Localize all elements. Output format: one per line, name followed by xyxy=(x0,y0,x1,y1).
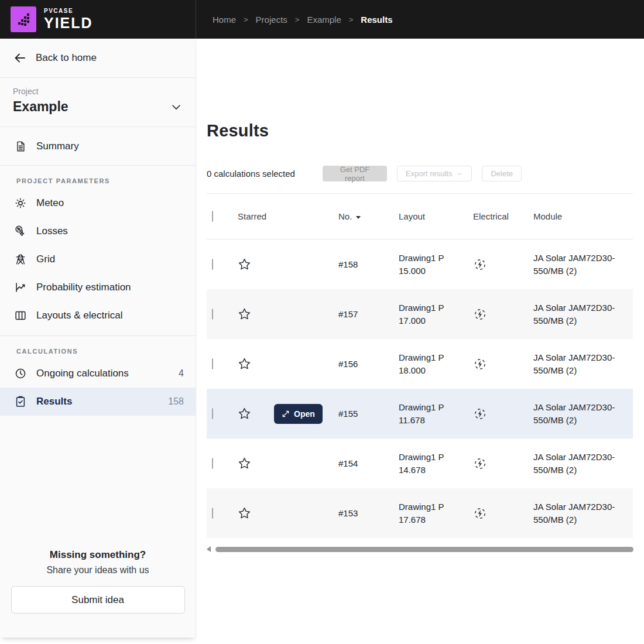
column-header-layout[interactable]: Layout xyxy=(399,211,425,221)
sidebar-item-label: Grid xyxy=(36,254,184,265)
row-layout: Drawing1 P17.678 xyxy=(393,501,468,526)
column-header-no[interactable]: No. xyxy=(338,211,352,221)
sidebar-item-ongoing-calculations[interactable]: Ongoing calculations 4 xyxy=(0,359,196,388)
column-header-starred[interactable]: Starred xyxy=(238,211,266,221)
star-icon[interactable] xyxy=(238,506,251,520)
row-checkbox[interactable] xyxy=(212,458,213,469)
results-count-badge: 158 xyxy=(168,396,184,407)
open-button-label: Open xyxy=(294,409,315,419)
row-layout: Drawing1 P18.000 xyxy=(393,351,468,377)
project-selector[interactable]: Project Example xyxy=(0,78,196,127)
row-number: #156 xyxy=(333,359,393,369)
star-icon[interactable] xyxy=(238,307,251,321)
sidebar-item-grid[interactable]: Grid xyxy=(0,245,196,273)
delete-button[interactable]: Delete xyxy=(482,166,522,181)
scrollbar-thumb[interactable] xyxy=(215,547,633,552)
breadcrumb-projects[interactable]: Projects xyxy=(256,15,287,25)
submit-idea-button[interactable]: Submit idea xyxy=(11,586,185,614)
project-parameters-section: PROJECT PARAMETERS Meteo xyxy=(0,166,196,336)
breadcrumb-home[interactable]: Home xyxy=(213,15,236,25)
breadcrumb-separator: > xyxy=(349,15,354,24)
star-icon[interactable] xyxy=(238,357,251,371)
sidebar-item-label: Losses xyxy=(36,225,184,237)
electrical-config-icon xyxy=(473,506,528,520)
row-number: #157 xyxy=(333,309,393,319)
section-title: PROJECT PARAMETERS xyxy=(0,177,196,184)
star-icon[interactable] xyxy=(238,457,251,470)
table-row[interactable]: #156 Drawing1 P18.000 JA Solar JAM72D30-… xyxy=(207,339,633,389)
footer-title: Missing something? xyxy=(0,549,196,561)
sidebar-item-label: Layouts & electrical xyxy=(36,310,184,321)
page-title: Results xyxy=(207,121,269,141)
row-checkbox[interactable] xyxy=(212,259,213,270)
sidebar-item-summary[interactable]: Summary xyxy=(0,127,196,166)
sidebar-item-probability-estimation[interactable]: Probability estimation xyxy=(0,273,196,302)
brand-yield: YIELD xyxy=(44,16,93,30)
electrical-config-icon xyxy=(473,258,528,272)
selection-count-text: 0 calculations selected xyxy=(207,169,313,179)
electrical-config-icon xyxy=(473,307,528,321)
row-layout: Drawing1 P17.000 xyxy=(393,302,468,327)
row-module: JA Solar JAM72D30-550/MB (2) xyxy=(528,351,633,377)
chevron-down-icon xyxy=(170,101,183,114)
sort-desc-icon[interactable] xyxy=(356,216,361,219)
project-name: Example xyxy=(13,99,68,115)
sidebar-item-losses[interactable]: Losses xyxy=(0,217,196,245)
row-number: #154 xyxy=(333,458,393,468)
column-header-module[interactable]: Module xyxy=(533,211,562,221)
electrical-config-icon xyxy=(473,407,528,421)
sidebar-item-label: Probability estimation xyxy=(36,282,184,293)
open-result-button[interactable]: Open xyxy=(274,404,323,424)
transmission-tower-icon xyxy=(14,253,27,266)
row-checkbox[interactable] xyxy=(212,508,213,519)
results-table: Starred No. Layout Electrical Module #15… xyxy=(207,193,633,546)
table-row[interactable]: #157 Drawing1 P17.000 JA Solar JAM72D30-… xyxy=(207,289,633,339)
electrical-config-icon xyxy=(473,457,528,471)
row-number: #155 xyxy=(333,409,393,419)
line-chart-icon xyxy=(14,281,27,294)
table-header-row: Starred No. Layout Electrical Module xyxy=(207,194,633,239)
losses-percent-icon xyxy=(14,225,27,238)
row-layout: Drawing1 P14.678 xyxy=(393,451,468,477)
scroll-left-arrow-icon[interactable] xyxy=(207,546,211,552)
row-layout: Drawing1 P15.000 xyxy=(393,252,468,278)
table-row[interactable]: #158 Drawing1 P15.000 JA Solar JAM72D30-… xyxy=(207,239,633,289)
row-module: JA Solar JAM72D30-550/MB (2) xyxy=(528,302,633,327)
chevron-down-icon xyxy=(456,170,463,177)
table-row-hovered[interactable]: Open #155 Drawing1 P11.678 JA Solar JAM7… xyxy=(207,389,633,439)
brand-pvcase: PVCASE xyxy=(44,8,93,14)
sidebar-item-results[interactable]: Results 158 xyxy=(0,388,196,416)
table-row[interactable]: #154 Drawing1 P14.678 JA Solar JAM72D30-… xyxy=(207,439,633,488)
logo-dots-triangle-icon xyxy=(16,12,31,27)
row-checkbox[interactable] xyxy=(212,408,213,419)
electrical-config-icon xyxy=(473,357,528,371)
row-module: JA Solar JAM72D30-550/MB (2) xyxy=(528,252,633,278)
row-checkbox[interactable] xyxy=(212,358,213,369)
table-row[interactable]: #153 Drawing1 P17.678 JA Solar JAM72D30-… xyxy=(207,488,633,538)
sidebar-item-layouts-electrical[interactable]: Layouts & electrical xyxy=(0,302,196,330)
arrow-left-icon xyxy=(13,51,27,65)
pvcase-logo-icon xyxy=(11,6,36,32)
get-pdf-report-button[interactable]: Get PDF report xyxy=(323,166,387,181)
top-bar: PVCASE YIELD Home > Projects > Example >… xyxy=(0,0,644,39)
export-results-button[interactable]: Export results xyxy=(397,166,472,181)
row-checkbox[interactable] xyxy=(212,309,213,320)
app-logo[interactable]: PVCASE YIELD xyxy=(0,0,196,39)
app-window: PVCASE YIELD Home > Projects > Example >… xyxy=(0,0,644,644)
main-content: Results 0 calculations selected Get PDF … xyxy=(197,39,644,644)
sidebar-item-meteo[interactable]: Meteo xyxy=(0,189,196,217)
breadcrumb-example[interactable]: Example xyxy=(307,15,341,25)
section-title: CALCULATIONS xyxy=(0,348,196,355)
select-all-checkbox[interactable] xyxy=(212,211,213,222)
export-results-label: Export results xyxy=(406,169,452,178)
footer-subtitle: Share your ideas with us xyxy=(0,565,196,576)
clock-icon xyxy=(14,367,27,380)
column-header-electrical[interactable]: Electrical xyxy=(473,211,509,221)
star-icon[interactable] xyxy=(238,258,251,271)
calculations-section: CALCULATIONS Ongoing calculations 4 xyxy=(0,336,196,422)
back-to-home-button[interactable]: Back to home xyxy=(0,39,196,78)
logo-wordmark: PVCASE YIELD xyxy=(44,8,93,30)
star-icon[interactable] xyxy=(238,407,251,420)
row-module: JA Solar JAM72D30-550/MB (2) xyxy=(528,401,633,427)
horizontal-scrollbar[interactable] xyxy=(207,546,633,552)
